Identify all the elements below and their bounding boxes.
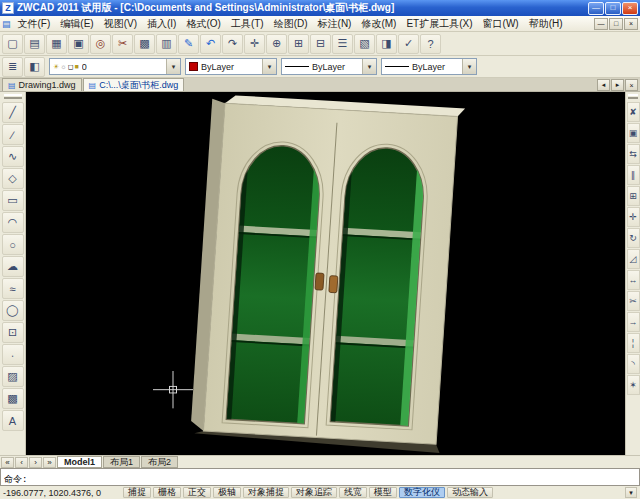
properties-icon[interactable]: ☰ [332,34,353,54]
first-layout-icon[interactable]: « [1,457,14,468]
menu-dimension[interactable]: 标注(N) [313,16,357,31]
plot-icon[interactable]: ▣ [68,34,89,54]
explode-icon[interactable]: ✶ [627,375,640,395]
osnap-toggle[interactable]: 对象捕捉 [243,487,289,498]
menu-draw[interactable]: 绘图(D) [269,16,313,31]
minimize-button[interactable]: — [588,2,604,15]
drawing-viewport[interactable] [26,92,625,455]
dyninput-toggle[interactable]: 动态输入 [447,487,493,498]
help-icon[interactable]: ? [420,34,441,54]
layout1-tab[interactable]: 布局1 [103,456,140,468]
arc-icon[interactable]: ◠ [2,212,24,233]
command-prompt[interactable]: 命令: [4,475,636,484]
spell-check-icon[interactable]: ✓ [398,34,419,54]
tool-palettes-icon[interactable]: ◨ [376,34,397,54]
viewport-canvas[interactable] [26,92,625,455]
menu-window[interactable]: 窗口(W) [478,16,524,31]
cut-icon[interactable]: ✂ [112,34,133,54]
chevron-down-icon[interactable]: ▾ [362,59,376,74]
design-center-icon[interactable]: ▧ [354,34,375,54]
scale-icon[interactable]: ◿ [627,249,640,269]
menu-insert[interactable]: 插入(I) [142,16,181,31]
doc-minimize-button[interactable]: — [594,18,608,30]
zoom-previous-icon[interactable]: ⊟ [310,34,331,54]
stretch-icon[interactable]: ↔ [627,270,640,290]
toolbar-drag-handle[interactable] [4,94,22,99]
zoom-realtime-icon[interactable]: ⊕ [266,34,287,54]
color-dropdown[interactable]: ByLayer ▾ [185,58,277,75]
hatch-icon[interactable]: ▨ [2,366,24,387]
model-toggle[interactable]: 模型 [369,487,397,498]
menu-help[interactable]: 帮助(H) [524,16,568,31]
mirror-icon[interactable]: ⇆ [627,144,640,164]
chevron-down-icon[interactable]: ▾ [166,59,180,74]
snap-toggle[interactable]: 捕捉 [123,487,151,498]
break-icon[interactable]: ¦ [627,333,640,353]
spline-icon[interactable]: ≈ [2,278,24,299]
open-icon[interactable]: ▤ [24,34,45,54]
last-layout-icon[interactable]: » [43,457,56,468]
redo-icon[interactable]: ↷ [222,34,243,54]
menu-tools[interactable]: 工具(T) [226,16,269,31]
print-preview-icon[interactable]: ◎ [90,34,111,54]
command-window[interactable]: 命令: [0,468,640,486]
erase-icon[interactable]: ✘ [627,102,640,122]
menu-express-tools[interactable]: ET扩展工具(X) [401,16,477,31]
lineweight-dropdown[interactable]: ByLayer ▾ [381,58,477,75]
polygon-icon[interactable]: ◇ [2,168,24,189]
insert-block-icon[interactable]: ⊡ [2,322,24,343]
mtext-icon[interactable]: A [2,410,24,431]
new-icon[interactable]: ▢ [2,34,23,54]
copy-icon[interactable]: ▣ [627,123,640,143]
layer-dropdown[interactable]: ☀☼◻■ 0 ▾ [49,58,181,75]
otrack-toggle[interactable]: 对象追踪 [291,487,337,498]
grid-toggle[interactable]: 栅格 [153,487,181,498]
ellipse-icon[interactable]: ◯ [2,300,24,321]
gradient-icon[interactable]: ▩ [2,388,24,409]
menu-file[interactable]: 文件(F) [13,16,56,31]
circle-icon[interactable]: ○ [2,234,24,255]
tab-drawing1[interactable]: ▤ Drawing1.dwg [2,78,82,91]
fillet-icon[interactable]: ◝ [627,354,640,374]
status-menu-icon[interactable]: ▾ [625,487,637,498]
line-icon[interactable]: ╱ [2,102,24,123]
rotate-icon[interactable]: ↻ [627,228,640,248]
menu-edit[interactable]: 编辑(E) [55,16,98,31]
maximize-button[interactable]: □ [605,2,621,15]
doc-restore-button[interactable]: □ [609,18,623,30]
close-button[interactable]: × [622,2,638,15]
undo-icon[interactable]: ↶ [200,34,221,54]
paste-icon[interactable]: ▥ [156,34,177,54]
menu-modify[interactable]: 修改(M) [356,16,401,31]
tab-shugui-dwg[interactable]: ▤ C:\...\桌面\书柜.dwg [83,78,185,91]
offset-icon[interactable]: ∥ [627,165,640,185]
tab-close-icon[interactable]: × [625,79,638,91]
prev-layout-icon[interactable]: ‹ [15,457,28,468]
rectangle-icon[interactable]: ▭ [2,190,24,211]
toolbar-drag-handle[interactable] [628,94,638,99]
doc-close-button[interactable]: × [624,18,638,30]
save-icon[interactable]: ▦ [46,34,67,54]
trim-icon[interactable]: ✂ [627,291,640,311]
polyline-icon[interactable]: ∿ [2,146,24,167]
menu-view[interactable]: 视图(V) [99,16,142,31]
layout2-tab[interactable]: 布局2 [141,456,178,468]
tab-scroll-left-icon[interactable]: ◂ [597,79,610,91]
ortho-toggle[interactable]: 正交 [183,487,211,498]
match-properties-icon[interactable]: ✎ [178,34,199,54]
extend-icon[interactable]: → [627,312,640,332]
next-layout-icon[interactable]: › [29,457,42,468]
revision-cloud-icon[interactable]: ☁ [2,256,24,277]
polar-toggle[interactable]: 极轴 [213,487,241,498]
lineweight-toggle[interactable]: 线宽 [339,487,367,498]
linetype-dropdown[interactable]: ByLayer ▾ [281,58,377,75]
construction-line-icon[interactable]: ∕ [2,124,24,145]
layer-properties-icon[interactable]: ≣ [2,57,23,77]
tab-scroll-right-icon[interactable]: ▸ [611,79,624,91]
point-icon[interactable]: ∙ [2,344,24,365]
layer-states-icon[interactable]: ◧ [24,57,45,77]
array-icon[interactable]: ⊞ [627,186,640,206]
pan-icon[interactable]: ✛ [244,34,265,54]
chevron-down-icon[interactable]: ▾ [462,59,476,74]
copy-clip-icon[interactable]: ▩ [134,34,155,54]
